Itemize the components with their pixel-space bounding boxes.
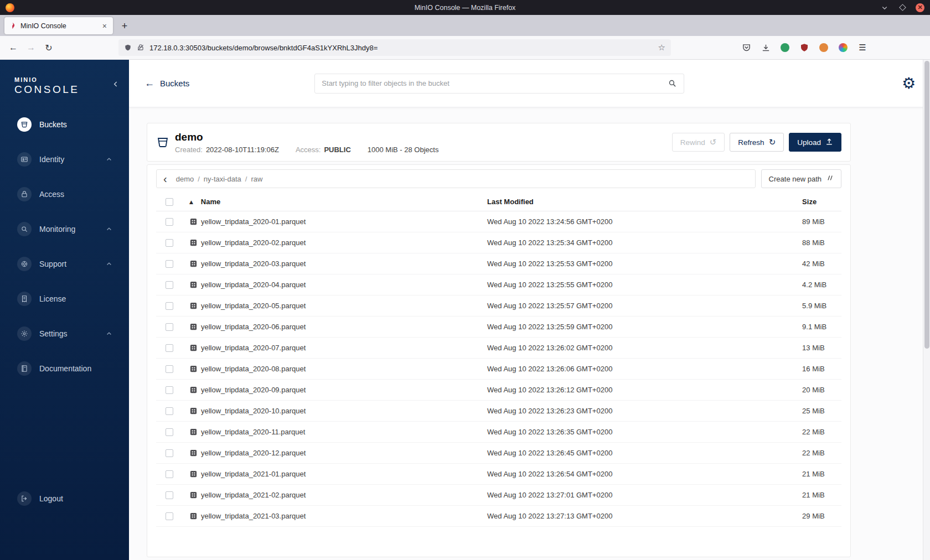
browser-tab-minio-console[interactable]: MinIO Console × <box>4 17 113 34</box>
forward-icon[interactable]: → <box>23 40 39 55</box>
rewind-button[interactable]: Rewind↺ <box>672 133 725 152</box>
object-name[interactable]: yellow_tripdata_2020-03.parquet <box>201 260 306 268</box>
row-checkbox[interactable] <box>166 386 173 394</box>
object-name[interactable]: yellow_tripdata_2020-11.parquet <box>201 428 305 436</box>
object-name[interactable]: yellow_tripdata_2021-02.parquet <box>201 491 306 499</box>
extension-pinwheel-icon[interactable] <box>838 42 849 53</box>
row-checkbox[interactable] <box>166 218 173 226</box>
row-checkbox[interactable] <box>166 449 173 457</box>
url-text[interactable]: 172.18.0.3:30503/buckets/demo/browse/bnk… <box>149 44 654 52</box>
table-row[interactable]: yellow_tripdata_2020-12.parquet Wed Aug … <box>156 443 841 464</box>
object-name[interactable]: yellow_tripdata_2020-09.parquet <box>201 386 306 394</box>
object-size: 21 MiB <box>788 491 841 499</box>
sidebar-item-identity[interactable]: Identity <box>0 142 129 177</box>
ublock-shield-icon[interactable] <box>799 42 810 53</box>
row-checkbox[interactable] <box>166 281 173 289</box>
window-minimize-button[interactable] <box>880 3 889 12</box>
object-name[interactable]: yellow_tripdata_2021-01.parquet <box>201 470 306 478</box>
breadcrumb-segment[interactable]: raw <box>251 175 262 183</box>
row-checkbox[interactable] <box>166 512 173 520</box>
sidebar-item-support[interactable]: Support <box>0 246 129 281</box>
column-header-name[interactable]: Name <box>201 198 220 206</box>
column-header-size[interactable]: Size <box>788 198 841 206</box>
window-close-button[interactable]: ✕ <box>916 3 924 12</box>
row-checkbox[interactable] <box>166 407 173 415</box>
object-name[interactable]: yellow_tripdata_2020-01.parquet <box>201 217 306 226</box>
shield-permissions-icon[interactable] <box>124 44 132 51</box>
url-bar[interactable]: 172.18.0.3:30503/buckets/demo/browse/bnk… <box>118 39 671 56</box>
row-checkbox[interactable] <box>166 239 173 247</box>
table-row[interactable]: yellow_tripdata_2020-05.parquet Wed Aug … <box>156 295 841 317</box>
sidebar-collapse-button[interactable] <box>111 80 120 91</box>
tab-close-icon[interactable]: × <box>101 22 108 30</box>
table-row[interactable]: yellow_tripdata_2020-06.parquet Wed Aug … <box>156 317 841 338</box>
object-name[interactable]: yellow_tripdata_2020-04.parquet <box>201 281 306 289</box>
row-checkbox[interactable] <box>166 302 173 310</box>
table-row[interactable]: yellow_tripdata_2020-01.parquet Wed Aug … <box>156 211 841 232</box>
table-row[interactable]: yellow_tripdata_2020-02.parquet Wed Aug … <box>156 232 841 253</box>
row-checkbox[interactable] <box>166 428 173 436</box>
sort-ascending-icon[interactable]: ▲ <box>189 199 193 205</box>
reload-icon[interactable]: ↻ <box>41 40 56 55</box>
pocket-icon[interactable] <box>741 42 752 53</box>
row-checkbox[interactable] <box>166 344 173 352</box>
downloads-icon[interactable] <box>760 42 771 53</box>
sidebar-item-license[interactable]: License <box>0 281 129 316</box>
object-name[interactable]: yellow_tripdata_2020-05.parquet <box>201 302 306 310</box>
search-input[interactable] <box>322 79 668 87</box>
back-to-buckets-link[interactable]: ← Buckets <box>144 77 189 89</box>
table-row[interactable]: yellow_tripdata_2020-04.parquet Wed Aug … <box>156 274 841 295</box>
object-name[interactable]: yellow_tripdata_2020-02.parquet <box>201 238 306 247</box>
sidebar-item-monitoring[interactable]: Monitoring <box>0 211 129 246</box>
extension-green-icon[interactable] <box>779 42 790 53</box>
object-filter-searchbox[interactable] <box>314 74 684 94</box>
menu-icon[interactable]: ☰ <box>857 42 868 53</box>
object-file-icon <box>189 512 198 520</box>
sidebar-item-label: Identity <box>39 155 64 164</box>
table-row[interactable]: yellow_tripdata_2021-01.parquet Wed Aug … <box>156 464 841 485</box>
back-icon[interactable]: ← <box>6 40 21 55</box>
sidebar-item-documentation[interactable]: Documentation <box>0 351 129 386</box>
extension-orange-icon[interactable] <box>818 42 829 53</box>
window-maximize-button[interactable] <box>898 3 907 12</box>
table-row[interactable]: yellow_tripdata_2021-02.parquet Wed Aug … <box>156 485 841 506</box>
select-all-checkbox[interactable] <box>166 198 173 206</box>
object-file-icon <box>189 323 198 331</box>
table-row[interactable]: yellow_tripdata_2021-03.parquet Wed Aug … <box>156 506 841 527</box>
upload-button[interactable]: Upload <box>789 133 841 152</box>
row-checkbox[interactable] <box>166 491 173 499</box>
page-scrollbar[interactable] <box>923 60 930 560</box>
row-checkbox[interactable] <box>166 323 173 331</box>
sidebar-item-buckets[interactable]: Buckets <box>0 107 129 142</box>
sidebar-item-access[interactable]: Access <box>0 177 129 211</box>
sidebar-item-settings[interactable]: Settings <box>0 316 129 351</box>
path-back-chevron[interactable]: ‹ <box>163 173 167 184</box>
settings-gear-icon[interactable]: ⚙ <box>902 76 923 91</box>
object-name[interactable]: yellow_tripdata_2020-10.parquet <box>201 407 306 415</box>
column-header-last-modified[interactable]: Last Modified <box>487 198 788 206</box>
table-row[interactable]: yellow_tripdata_2020-08.parquet Wed Aug … <box>156 359 841 380</box>
row-checkbox[interactable] <box>166 365 173 373</box>
row-checkbox[interactable] <box>166 260 173 268</box>
create-new-path-button[interactable]: Create new path <box>761 169 841 188</box>
object-name[interactable]: yellow_tripdata_2020-12.parquet <box>201 449 306 457</box>
identity-icon <box>17 152 32 167</box>
table-row[interactable]: yellow_tripdata_2020-09.parquet Wed Aug … <box>156 380 841 401</box>
bookmark-star-icon[interactable]: ☆ <box>658 43 665 53</box>
object-name[interactable]: yellow_tripdata_2021-03.parquet <box>201 512 306 520</box>
table-row[interactable]: yellow_tripdata_2020-03.parquet Wed Aug … <box>156 253 841 274</box>
table-row[interactable]: yellow_tripdata_2020-10.parquet Wed Aug … <box>156 401 841 422</box>
table-row[interactable]: yellow_tripdata_2020-11.parquet Wed Aug … <box>156 422 841 443</box>
table-row[interactable]: yellow_tripdata_2020-07.parquet Wed Aug … <box>156 338 841 359</box>
row-checkbox[interactable] <box>166 470 173 478</box>
object-name[interactable]: yellow_tripdata_2020-07.parquet <box>201 344 306 352</box>
refresh-button[interactable]: Refresh↻ <box>730 133 784 152</box>
breadcrumb-segment[interactable]: demo <box>176 175 194 183</box>
sidebar-item-logout[interactable]: Logout <box>0 481 129 516</box>
object-name[interactable]: yellow_tripdata_2020-06.parquet <box>201 323 306 331</box>
scrollbar-thumb[interactable] <box>924 61 929 349</box>
new-tab-button[interactable]: + <box>116 18 133 34</box>
object-name[interactable]: yellow_tripdata_2020-08.parquet <box>201 365 306 373</box>
breadcrumb-segment[interactable]: ny-taxi-data <box>204 175 241 183</box>
lock-insecure-icon[interactable] <box>137 44 144 51</box>
